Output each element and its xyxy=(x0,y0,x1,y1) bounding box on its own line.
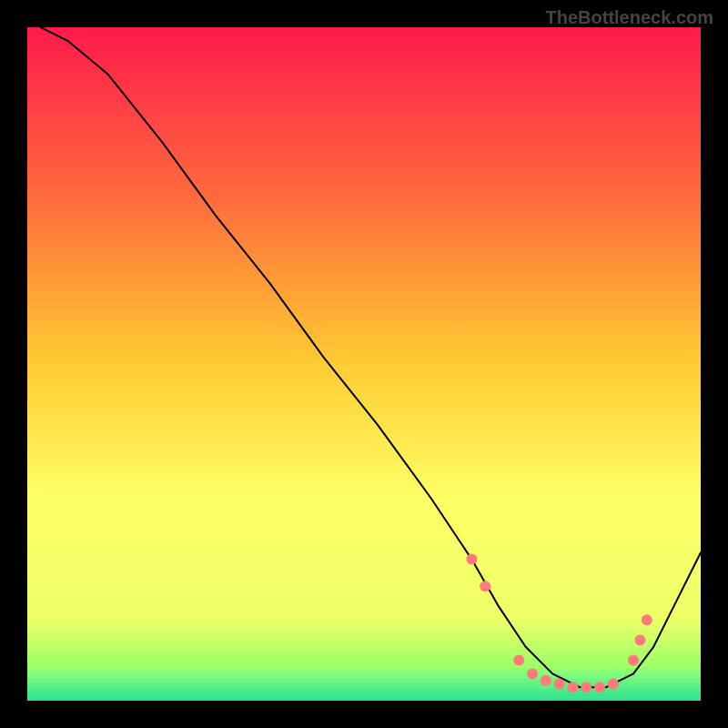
chart-marker xyxy=(567,682,578,693)
chart-marker xyxy=(628,655,639,666)
watermark-label: TheBottleneck.com xyxy=(546,7,713,28)
chart-marker xyxy=(594,682,605,693)
chart-marker xyxy=(541,675,551,686)
chart-marker xyxy=(527,668,538,679)
chart-marker xyxy=(634,634,645,645)
chart-marker xyxy=(513,655,524,666)
chart-marker xyxy=(581,682,592,693)
chart-marker xyxy=(608,679,619,690)
chart-marker xyxy=(554,679,565,690)
chart-marker xyxy=(642,614,652,625)
chart-marker xyxy=(466,554,477,565)
chart-marker xyxy=(480,581,490,592)
chart-background xyxy=(27,27,701,701)
chart-plot-area xyxy=(27,27,701,701)
